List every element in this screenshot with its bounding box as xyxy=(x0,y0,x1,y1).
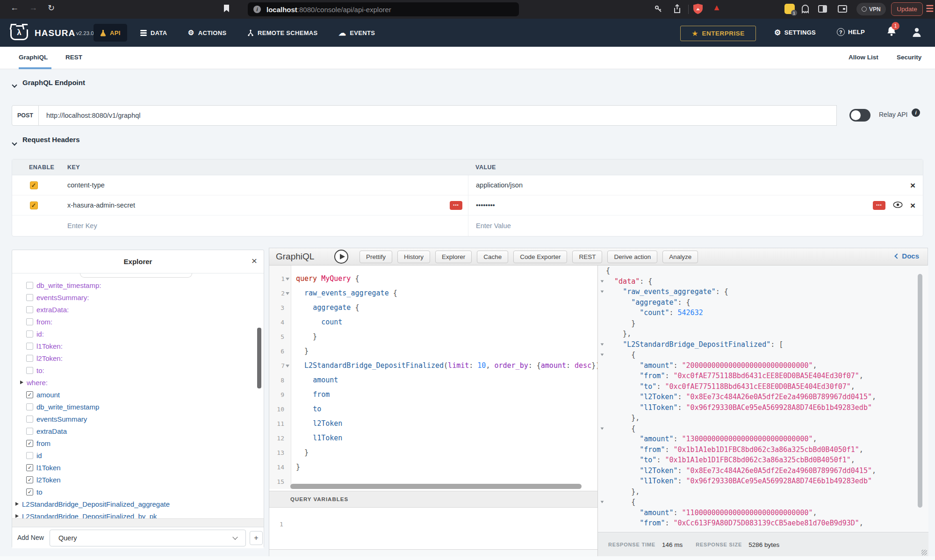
prettify-button[interactable]: Prettify xyxy=(360,251,392,263)
explorer-item-arg[interactable]: l2Token: xyxy=(12,352,264,364)
explorer-item-field[interactable]: eventsSummary xyxy=(12,413,264,425)
field-checkbox[interactable]: ✓ xyxy=(26,464,33,471)
wallet-icon[interactable] xyxy=(838,5,847,13)
update-button[interactable]: Update xyxy=(891,2,923,16)
reload-icon[interactable]: ↻ xyxy=(48,3,55,13)
menu-icon[interactable]: ☰ xyxy=(926,3,934,14)
back-icon[interactable]: ← xyxy=(10,3,19,13)
cache-button[interactable]: Cache xyxy=(477,251,508,263)
field-checkbox[interactable] xyxy=(26,318,33,325)
expand-arrow-icon[interactable] xyxy=(15,514,19,518)
query-variables-bar[interactable]: QUERY VARIABLES xyxy=(269,491,597,508)
explorer-item-arg[interactable]: extraData: xyxy=(12,303,264,316)
explorer-scrollbar[interactable] xyxy=(257,328,261,388)
warning-icon[interactable]: ▲ xyxy=(712,3,721,13)
fold-caret-icon[interactable] xyxy=(600,354,604,356)
response-scrollbar[interactable] xyxy=(918,274,922,508)
explorer-item-arg[interactable]: eventsSummary: xyxy=(12,291,264,303)
password-extension-icon[interactable]: ••• xyxy=(450,201,462,210)
field-checkbox[interactable] xyxy=(26,452,33,459)
fold-caret-icon[interactable] xyxy=(600,427,604,430)
explorer-item-field[interactable]: ✓from xyxy=(12,437,264,449)
explorer-item-arg[interactable]: to: xyxy=(12,364,264,376)
endpoint-url-input[interactable]: http://localhost:8080/v1/graphql xyxy=(39,105,837,126)
explorer-item-field[interactable]: ✓l2Token xyxy=(12,474,264,486)
settings-button[interactable]: ⚙ SETTINGS xyxy=(774,28,816,37)
notes-extension-icon[interactable]: 1 xyxy=(784,4,795,14)
key-icon[interactable] xyxy=(654,5,662,15)
vpn-button[interactable]: VPN xyxy=(856,3,886,15)
nav-tab-api[interactable]: API xyxy=(94,24,127,42)
explorer-item-field[interactable]: ✓to xyxy=(12,486,264,498)
key-input-placeholder[interactable]: Enter Key xyxy=(67,222,97,230)
explorer-item-collapsed[interactable]: L2StandardBridge_DepositFinalized_aggreg… xyxy=(12,498,264,510)
field-checkbox[interactable]: ✓ xyxy=(26,391,33,398)
explorer-item-arg[interactable]: id: xyxy=(12,328,264,340)
url-bar[interactable]: i localhost:8080/console/api/api-explore… xyxy=(248,2,519,16)
header-value[interactable]: •••••••• xyxy=(476,201,495,209)
field-checkbox[interactable]: ✓ xyxy=(26,488,33,495)
forward-icon[interactable]: → xyxy=(29,3,37,13)
query-editor[interactable]: 1query MyQuery {2 raw_events_aggregate {… xyxy=(269,272,597,489)
explorer-item-field[interactable]: ✓amount xyxy=(12,388,264,401)
password-extension-icon[interactable]: ••• xyxy=(873,201,885,210)
fold-caret-icon[interactable] xyxy=(286,292,289,295)
nav-tab-data[interactable]: DATA xyxy=(140,24,167,42)
field-checkbox[interactable] xyxy=(26,343,33,350)
help-button[interactable]: ? HELP xyxy=(837,28,865,36)
header-enable-checkbox[interactable]: ✓ xyxy=(30,201,38,209)
endpoint-collapse-chevron[interactable] xyxy=(13,80,16,89)
headers-collapse-chevron[interactable] xyxy=(13,138,16,147)
explorer-item-where[interactable]: where: xyxy=(12,376,264,388)
header-enable-checkbox[interactable]: ✓ xyxy=(30,181,38,189)
hasura-logo[interactable]: λ xyxy=(10,25,28,40)
editor-horizontal-scrollbar[interactable] xyxy=(290,484,582,489)
fold-caret-icon[interactable] xyxy=(286,365,289,367)
derive-action-button[interactable]: Derive action xyxy=(607,251,657,263)
header-value[interactable]: application/json xyxy=(476,181,523,189)
tab-rest[interactable]: REST xyxy=(65,54,82,61)
docs-button[interactable]: Docs xyxy=(895,252,919,260)
notifications-button[interactable]: 1 xyxy=(886,26,897,38)
tab-allow-list[interactable]: Allow List xyxy=(849,54,878,61)
explorer-button[interactable]: Explorer xyxy=(435,251,472,263)
site-info-icon[interactable]: i xyxy=(253,6,261,13)
field-checkbox[interactable] xyxy=(26,428,33,435)
nav-tab-actions[interactable]: ⚙ ACTIONS xyxy=(188,24,226,42)
field-checkbox[interactable] xyxy=(26,403,33,410)
field-checkbox[interactable] xyxy=(26,330,33,337)
explorer-item-field[interactable]: db_write_timestamp xyxy=(12,401,264,413)
share-icon[interactable] xyxy=(673,4,681,15)
remove-header-icon[interactable]: × xyxy=(910,201,915,210)
close-icon[interactable]: × xyxy=(252,256,257,266)
nav-tab-events[interactable]: ☁ EVENTS xyxy=(338,24,375,42)
analyze-button[interactable]: Analyze xyxy=(662,251,698,263)
header-key[interactable]: content-type xyxy=(67,181,105,189)
field-checkbox[interactable] xyxy=(26,416,33,423)
nav-tab-remote-schemas[interactable]: REMOTE SCHEMAS xyxy=(247,24,317,42)
tab-graphiql[interactable]: GraphiQL xyxy=(19,54,48,61)
execute-query-button[interactable] xyxy=(334,250,348,264)
field-checkbox[interactable]: ✓ xyxy=(26,440,33,447)
field-checkbox[interactable] xyxy=(26,306,33,313)
history-button[interactable]: History xyxy=(397,251,430,263)
relay-api-toggle[interactable] xyxy=(849,109,870,122)
enterprise-button[interactable]: ★ ENTERPRISE xyxy=(680,26,756,41)
code-exporter-button[interactable]: Code Exporter xyxy=(513,251,567,263)
query-variables-editor[interactable]: 1 xyxy=(269,508,597,550)
ghost-extension-icon[interactable] xyxy=(801,4,809,15)
rest-button[interactable]: REST xyxy=(572,251,602,263)
explorer-item-arg[interactable]: l1Token: xyxy=(12,340,264,352)
bookmark-icon[interactable] xyxy=(223,5,230,14)
header-key[interactable]: x-hasura-admin-secret xyxy=(67,201,135,209)
resize-handle-icon[interactable] xyxy=(921,550,927,555)
explorer-item-field[interactable]: extraData xyxy=(12,425,264,437)
user-menu-button[interactable] xyxy=(912,27,922,40)
remove-header-icon[interactable]: × xyxy=(910,181,915,190)
fold-caret-icon[interactable] xyxy=(600,343,604,345)
value-input-placeholder[interactable]: Enter Value xyxy=(476,222,511,230)
fold-caret-icon[interactable] xyxy=(600,291,604,293)
eye-icon[interactable] xyxy=(893,201,903,209)
operation-type-select[interactable]: Query xyxy=(50,530,246,546)
fold-caret-icon[interactable] xyxy=(600,280,604,282)
